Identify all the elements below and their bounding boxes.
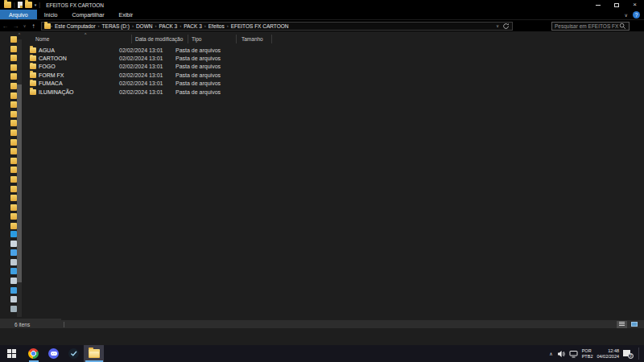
tree-folder-icon[interactable] bbox=[10, 176, 17, 183]
column-tamanho[interactable]: Tamanho bbox=[242, 36, 263, 42]
refresh-icon[interactable] bbox=[502, 23, 510, 30]
explorer-icon[interactable] bbox=[4, 2, 11, 8]
maximize-button[interactable] bbox=[607, 0, 625, 10]
details-view-button[interactable] bbox=[617, 321, 627, 328]
tree-folder-icon[interactable] bbox=[10, 120, 17, 126]
creative-app-icon bbox=[68, 348, 79, 359]
help-icon[interactable]: ? bbox=[633, 11, 640, 19]
file-type: Pasta de arquivos bbox=[175, 64, 225, 69]
breadcrumb-efeitos[interactable]: Efeitos bbox=[206, 23, 227, 29]
tree-folder-icon[interactable] bbox=[10, 36, 17, 43]
column-separator[interactable] bbox=[236, 35, 237, 43]
qat-dropdown-icon[interactable]: ▾ bbox=[35, 2, 37, 7]
tree-onedrive-icon[interactable] bbox=[10, 231, 17, 237]
tab-inicio[interactable]: Início bbox=[37, 10, 65, 19]
forward-button[interactable]: → bbox=[10, 23, 21, 30]
tree-folder-icon[interactable] bbox=[10, 213, 17, 220]
tree-this-pc-icon[interactable] bbox=[10, 241, 17, 247]
tree-documents-icon[interactable] bbox=[10, 259, 17, 265]
column-tipo[interactable]: Tipo bbox=[192, 36, 201, 42]
tree-folder-icon[interactable] bbox=[10, 195, 17, 201]
search-icon[interactable] bbox=[619, 23, 626, 30]
tree-folder-icon[interactable] bbox=[10, 204, 17, 211]
language-indicator[interactable]: POR PTB2 bbox=[582, 348, 593, 359]
breadcrumb-teras-d[interactable]: TERAS (D:) bbox=[100, 23, 132, 29]
tree-folder-icon[interactable] bbox=[10, 55, 17, 61]
clock[interactable]: 12:48 04/02/2024 bbox=[597, 348, 619, 359]
new-folder-icon[interactable] bbox=[25, 2, 32, 8]
taskbar-discord[interactable] bbox=[43, 345, 64, 362]
recent-locations-icon[interactable]: ∨ bbox=[21, 23, 28, 28]
hidden-icons-chevron-icon[interactable]: ∧ bbox=[549, 351, 552, 356]
tree-folder-icon[interactable] bbox=[10, 130, 17, 136]
tree-folder-icon[interactable] bbox=[10, 101, 17, 108]
column-headers: ^ Nome Data de modificação Tipo Tamanho bbox=[23, 32, 644, 45]
file-row-cartoon[interactable]: CARTOON 02/02/2024 13:01 Pasta de arquiv… bbox=[23, 54, 644, 62]
column-separator[interactable] bbox=[188, 35, 188, 43]
column-data-modificacao[interactable]: Data de modificação bbox=[135, 36, 183, 42]
tree-folder-icon[interactable] bbox=[10, 186, 17, 192]
address-dropdown-icon[interactable]: ∨ bbox=[496, 23, 499, 28]
search-input[interactable] bbox=[555, 23, 619, 29]
breadcrumb-down[interactable]: DOWN bbox=[134, 23, 155, 29]
navigation-bar: ← → ∨ ↑ › Este Computador › TERAS (D:) ›… bbox=[0, 20, 644, 31]
back-button[interactable]: ← bbox=[0, 23, 10, 30]
column-nome[interactable]: Nome bbox=[35, 36, 49, 42]
search-box[interactable] bbox=[551, 22, 630, 31]
tree-folder-icon[interactable] bbox=[10, 64, 17, 71]
tab-arquivo[interactable]: Arquivo bbox=[0, 10, 37, 19]
tree-music-icon[interactable] bbox=[10, 287, 17, 294]
breadcrumb-este-computador[interactable]: Este Computador bbox=[52, 23, 98, 29]
start-button[interactable] bbox=[0, 345, 23, 362]
file-row-fogo[interactable]: FOGO 02/02/2024 13:01 Pasta de arquivos bbox=[23, 63, 644, 71]
sidebar-scrollbar[interactable] bbox=[17, 39, 22, 317]
address-bar[interactable]: › Este Computador › TERAS (D:) › DOWN › … bbox=[41, 22, 513, 31]
file-row-iluminacao[interactable]: ILUMINAÇÃO 02/02/2024 13:01 Pasta de arq… bbox=[23, 88, 644, 96]
tree-folder-icon[interactable] bbox=[10, 46, 17, 52]
taskbar-file-explorer[interactable] bbox=[84, 345, 104, 362]
file-row-form-fx[interactable]: FORM FX 02/02/2024 13:01 Pasta de arquiv… bbox=[23, 71, 644, 79]
column-separator[interactable] bbox=[131, 35, 132, 43]
folder-icon bbox=[30, 89, 36, 95]
sidebar-scrollbar-thumb[interactable] bbox=[17, 84, 22, 282]
tree-folder-icon[interactable] bbox=[10, 158, 17, 164]
minimize-button[interactable] bbox=[588, 0, 607, 10]
tree-desktop-icon[interactable] bbox=[10, 249, 17, 256]
up-button[interactable]: ↑ bbox=[28, 23, 39, 30]
network-icon[interactable] bbox=[569, 350, 578, 358]
properties-icon[interactable] bbox=[18, 2, 23, 8]
tree-folder-icon[interactable] bbox=[10, 83, 17, 89]
tab-compartilhar[interactable]: Compartilhar bbox=[64, 10, 111, 19]
thumbnail-view-button[interactable] bbox=[629, 321, 639, 328]
scroll-up-icon[interactable]: ^ bbox=[17, 32, 22, 37]
volume-icon[interactable] bbox=[557, 350, 565, 358]
tree-folder-icon[interactable] bbox=[10, 73, 17, 80]
navigation-pane[interactable]: ^ bbox=[0, 31, 23, 328]
taskbar-creative-app[interactable] bbox=[64, 345, 84, 362]
column-separator[interactable] bbox=[271, 35, 272, 43]
tree-folder-icon[interactable] bbox=[10, 93, 17, 99]
tree-disk-icon[interactable] bbox=[10, 306, 17, 312]
breadcrumb-efeitos-fx-cartoon[interactable]: EFEITOS FX CARTOON bbox=[229, 23, 291, 29]
tree-folder-icon[interactable] bbox=[10, 167, 17, 173]
taskbar-chrome[interactable] bbox=[23, 345, 43, 362]
tree-folder-icon[interactable] bbox=[10, 139, 17, 146]
show-desktop-divider[interactable] bbox=[638, 348, 639, 360]
tree-downloads-icon[interactable] bbox=[10, 268, 17, 274]
screen: | ▾ | EFEITOS FX CARTOON × Arquivo Iníci… bbox=[0, 0, 644, 362]
tree-folder-icon[interactable] bbox=[10, 111, 17, 117]
tree-videos-icon[interactable] bbox=[10, 296, 17, 302]
file-rows: AGUA 02/02/2024 13:01 Pasta de arquivos … bbox=[23, 46, 644, 96]
tree-folder-icon[interactable] bbox=[10, 223, 17, 229]
action-center-button[interactable]: 7 bbox=[623, 349, 633, 358]
close-button[interactable]: × bbox=[625, 0, 644, 10]
breadcrumb-pack3-b[interactable]: PACK 3 bbox=[181, 23, 204, 29]
tree-folder-icon[interactable] bbox=[10, 148, 17, 154]
tree-pictures-icon[interactable] bbox=[10, 278, 17, 284]
file-row-agua[interactable]: AGUA 02/02/2024 13:01 Pasta de arquivos bbox=[23, 46, 644, 54]
file-row-fumaca[interactable]: FUMACA 02/02/2024 13:01 Pasta de arquivo… bbox=[23, 80, 644, 88]
breadcrumb-pack3-a[interactable]: PACK 3 bbox=[157, 23, 180, 29]
file-name: CARTOON bbox=[39, 56, 119, 61]
ribbon-collapse-icon[interactable]: ∨ bbox=[625, 12, 628, 18]
tab-exibir[interactable]: Exibir bbox=[112, 10, 141, 19]
